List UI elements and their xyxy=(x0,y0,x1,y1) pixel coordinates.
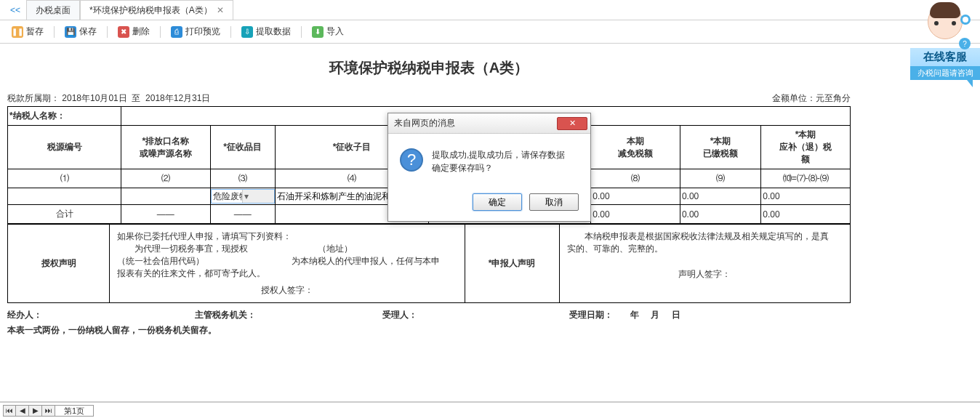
month-label: 月 xyxy=(651,310,659,320)
dialog-body: ? 提取成功,提取成功后，请保存数据 确定要保存吗？ xyxy=(388,134,590,186)
close-icon[interactable]: ✕ xyxy=(217,1,224,20)
day-label: 日 xyxy=(672,310,680,320)
extract-icon: ⇩ xyxy=(241,26,253,38)
next-page-button[interactable]: ▶ xyxy=(29,405,42,417)
footer-row: 经办人： 主管税务机关： 受理人： 受理日期： 年 月 日 xyxy=(7,303,851,321)
taxpayer-label: *纳税人名称： xyxy=(8,107,121,126)
cell-source-id[interactable] xyxy=(8,188,121,205)
declaration-table: 授权声明 如果你已委托代理人申报，请填写下列资料： 为代理一切税务事宜，现授权 … xyxy=(7,224,851,303)
separator xyxy=(107,26,108,38)
acceptor-label: 受理人： xyxy=(382,309,570,321)
period-from: 2018年10月01日 xyxy=(62,93,126,103)
delete-icon: ✖ xyxy=(118,26,129,38)
period-to-prefix: 至 xyxy=(132,93,140,103)
declarant-statement-body: 本纳税申报表是根据国家税收法律法规及相关规定填写的，是真 实的、可靠的、完整的。… xyxy=(559,225,850,303)
dialog-buttons: 确定 取消 xyxy=(388,186,590,221)
col-header-2: *排放口名称 或噪声源名称 xyxy=(121,126,211,169)
question-icon: ? xyxy=(400,148,423,172)
cell-total-payable: 0.00 xyxy=(761,205,851,224)
amount-unit: 金额单位：元至角分 xyxy=(772,92,851,105)
toolbar: ❚❚暂存 💾保存 ✖删除 ⎙打印预览 ⇩提取数据 ⬇导入 xyxy=(0,20,980,44)
col-header-1: 税源编号 xyxy=(8,126,121,169)
authority-label: 主管税务机关： xyxy=(195,309,382,321)
page-indicator[interactable]: 第1页 xyxy=(55,405,94,417)
cancel-button[interactable]: 取消 xyxy=(529,193,579,211)
separator xyxy=(230,26,231,38)
content-area: 环境保护税纳税申报表（A类） 税款所属期： 2018年10月01日 至 2018… xyxy=(0,44,980,402)
cs-title: 在线客服 xyxy=(910,48,980,66)
col-header-10: *本期 应补（退）税 额 xyxy=(761,126,851,169)
tab-bar: << 办税桌面 *环境保护税纳税申报表（A类） ✕ xyxy=(0,0,980,20)
help-badge-icon: ? xyxy=(959,38,971,49)
cell-category[interactable]: 危险废物（固 ▾ xyxy=(210,188,275,205)
year-label: 年 xyxy=(630,310,639,320)
tab-env-tax-form[interactable]: *环境保护税纳税申报表（A类） ✕ xyxy=(80,0,233,20)
tempsave-icon: ❚❚ xyxy=(12,26,23,38)
last-page-button[interactable]: ⏭ xyxy=(42,405,55,417)
customer-service-widget[interactable]: ? 在线客服 办税问题请咨询 xyxy=(910,4,980,87)
first-page-button[interactable]: ⏮ xyxy=(3,405,16,417)
tempsave-button[interactable]: ❚❚暂存 xyxy=(6,24,49,39)
cell-payable[interactable]: 0.00 xyxy=(761,188,851,205)
col-header-3: *征收品目 xyxy=(210,126,275,169)
separator xyxy=(160,26,161,38)
tab-label: *环境保护税纳税申报表（A类） xyxy=(89,1,212,20)
cell-dash: —— xyxy=(210,205,275,224)
import-button[interactable]: ⬇导入 xyxy=(306,24,350,39)
col-header-8: 本期 减免税额 xyxy=(591,126,680,169)
extract-data-button[interactable]: ⇩提取数据 xyxy=(236,24,297,39)
cs-subtitle: 办税问题请咨询 xyxy=(910,66,980,80)
dialog-title: 来自网页的消息 xyxy=(394,117,557,129)
category-combo[interactable]: 危险废物（固 ▾ xyxy=(211,189,275,204)
confirm-dialog: 来自网页的消息 ✕ ? 提取成功,提取成功后，请保存数据 确定要保存吗？ 确定 … xyxy=(387,113,591,222)
category-combo-text: 危险废物（固 xyxy=(212,190,243,203)
col-label-1: ⑴ xyxy=(8,169,121,188)
auth-sign-label: 授权人签字： xyxy=(117,284,457,297)
page-nav: ⏮ ◀ ▶ ⏭ 第1页 xyxy=(0,402,980,418)
dialog-close-button[interactable]: ✕ xyxy=(557,117,587,130)
separator xyxy=(54,26,55,38)
col-label-3: ⑶ xyxy=(210,169,275,188)
delete-button[interactable]: ✖删除 xyxy=(112,24,156,39)
form-note: 本表一式两份，一份纳税人留存，一份税务机关留存。 xyxy=(7,321,851,337)
import-icon: ⬇ xyxy=(312,26,324,38)
decl-sign-label: 声明人签字： xyxy=(567,268,843,281)
prev-page-button[interactable]: ◀ xyxy=(16,405,29,417)
col-header-9: *本期 已缴税额 xyxy=(680,126,760,169)
separator xyxy=(301,26,302,38)
ok-button[interactable]: 确定 xyxy=(473,193,522,211)
cell-total-deduction: 0.00 xyxy=(591,205,680,224)
cell-dash: —— xyxy=(121,205,211,224)
print-preview-button[interactable]: ⎙打印预览 xyxy=(165,24,226,39)
cell-outlet-name[interactable] xyxy=(121,188,211,205)
cell-total-label: 合计 xyxy=(8,205,121,224)
col-label-9: ⑼ xyxy=(680,169,760,188)
cell-paid[interactable]: 0.00 xyxy=(680,188,760,205)
tab-label: 办税桌面 xyxy=(36,1,71,20)
dialog-titlebar[interactable]: 来自网页的消息 ✕ xyxy=(388,113,590,134)
declarant-statement-head: *申报人声明 xyxy=(465,225,559,303)
handler-label: 经办人： xyxy=(7,309,195,321)
save-button[interactable]: 💾保存 xyxy=(59,24,103,39)
meta-row: 税款所属期： 2018年10月01日 至 2018年12月31日 金额单位：元至… xyxy=(7,91,851,106)
chevron-down-icon[interactable]: ▾ xyxy=(242,190,274,203)
save-icon: 💾 xyxy=(65,26,76,38)
page-title: 环境保护税纳税申报表（A类） xyxy=(7,49,851,91)
col-label-2: ⑵ xyxy=(121,169,211,188)
col-label-10: ⑽=⑺-⑻-⑼ xyxy=(761,169,851,188)
tabs-collapse-button[interactable]: << xyxy=(4,5,26,15)
col-label-8: ⑻ xyxy=(591,169,680,188)
tab-desktop[interactable]: 办税桌面 xyxy=(26,0,80,20)
auth-statement-body: 如果你已委托代理人申报，请填写下列资料： 为代理一切税务事宜，现授权 （地址） … xyxy=(110,225,465,303)
dialog-message: 提取成功,提取成功后，请保存数据 确定要保存吗？ xyxy=(432,148,565,174)
print-icon: ⎙ xyxy=(171,26,182,38)
period-label: 税款所属期： xyxy=(7,93,60,103)
cell-total-paid: 0.00 xyxy=(680,205,760,224)
auth-statement-head: 授权声明 xyxy=(8,225,110,303)
cs-avatar-icon: ? xyxy=(924,4,966,47)
cell-deduction[interactable]: 0.00 xyxy=(591,188,680,205)
period-to: 2018年12月31日 xyxy=(145,93,210,103)
accept-date-label: 受理日期： xyxy=(569,310,613,320)
